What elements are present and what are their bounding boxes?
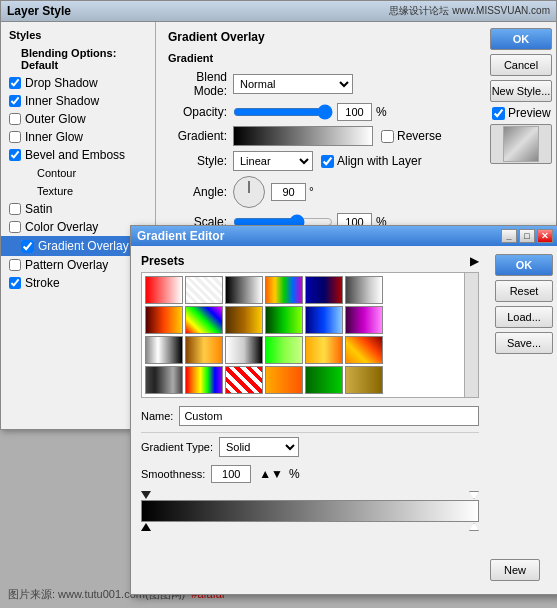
bevel-emboss-checkbox[interactable] [9,149,21,161]
preset-swatch-1[interactable] [145,276,183,304]
inner-glow-item[interactable]: Inner Glow [1,128,155,146]
styles-header[interactable]: Styles [1,26,155,44]
pattern-overlay-label: Pattern Overlay [25,258,108,272]
reverse-checkbox[interactable] [381,130,394,143]
preset-swatch-20[interactable] [185,366,223,394]
preset-swatch-12[interactable] [345,306,383,334]
pattern-overlay-checkbox[interactable] [9,259,21,271]
layer-style-title: Layer Style [7,4,71,18]
blending-options-item[interactable]: Blending Options: Default [1,44,155,74]
satin-item[interactable]: Satin [1,200,155,218]
angle-value[interactable] [271,183,306,201]
gradient-reset-button[interactable]: Reset [495,280,553,302]
style-select[interactable]: Linear [233,151,313,171]
gradient-new-button[interactable]: New [490,559,540,581]
inner-glow-checkbox[interactable] [9,131,21,143]
name-input[interactable] [179,406,479,426]
preset-swatch-17[interactable] [305,336,343,364]
style-row: Style: Linear Align with Layer [168,151,474,171]
preset-swatch-19[interactable] [145,366,183,394]
reverse-label: Reverse [397,129,442,143]
restore-button[interactable]: □ [519,229,535,243]
ok-button[interactable]: OK [490,28,552,50]
preset-swatch-4[interactable] [265,276,303,304]
color-overlay-checkbox[interactable] [9,221,21,233]
texture-item[interactable]: Texture [1,182,155,200]
opacity-slider[interactable] [233,105,333,119]
gradient-load-button[interactable]: Load... [495,306,553,328]
blend-mode-label: Blend Mode: [168,70,233,98]
gradient-editor-main: Presets ▶ [131,246,489,592]
gradient-save-button[interactable]: Save... [495,332,553,354]
preset-swatch-3[interactable] [225,276,263,304]
inner-glow-label: Inner Glow [25,130,83,144]
satin-checkbox[interactable] [9,203,21,215]
close-button[interactable]: ✕ [537,229,553,243]
satin-label: Satin [25,202,52,216]
preset-swatch-6[interactable] [345,276,383,304]
angle-row: Angle: ° [168,176,474,208]
angle-dial[interactable] [233,176,265,208]
drop-shadow-checkbox[interactable] [9,77,21,89]
stop-bottom-right[interactable] [469,523,479,531]
gradient-preview[interactable] [233,126,373,146]
stop-bottom-left[interactable] [141,523,151,531]
gradient-editor-titlebar: Gradient Editor _ □ ✕ [131,226,557,246]
preset-swatch-21[interactable] [225,366,263,394]
inner-shadow-item[interactable]: Inner Shadow [1,92,155,110]
stop-top-left[interactable] [141,491,151,499]
gradient-bar[interactable] [141,500,479,522]
preview-row: Preview [490,106,552,120]
preset-swatch-13[interactable] [145,336,183,364]
gradient-overlay-checkbox[interactable] [21,240,34,253]
preset-swatch-7[interactable] [145,306,183,334]
minimize-button[interactable]: _ [501,229,517,243]
preset-swatch-16[interactable] [265,336,303,364]
preset-swatch-18[interactable] [345,336,383,364]
opacity-row: Opacity: % [168,103,474,121]
stroke-label: Stroke [25,276,60,290]
preset-swatch-9[interactable] [225,306,263,334]
inner-shadow-checkbox[interactable] [9,95,21,107]
smoothness-value[interactable] [211,465,251,483]
drop-shadow-item[interactable]: Drop Shadow [1,74,155,92]
preset-swatch-23[interactable] [305,366,343,394]
reverse-checkbox-row: Reverse [381,129,442,143]
presets-label: Presets ▶ [141,254,479,268]
preset-swatch-5[interactable] [305,276,343,304]
outer-glow-checkbox[interactable] [9,113,21,125]
inner-shadow-label: Inner Shadow [25,94,99,108]
preset-swatch-8[interactable] [185,306,223,334]
preset-swatch-11[interactable] [305,306,343,334]
gradient-bar-area [141,491,479,531]
presets-arrow[interactable]: ▶ [470,254,479,268]
preset-swatch-10[interactable] [265,306,303,334]
stroke-checkbox[interactable] [9,277,21,289]
gradient-ok-button[interactable]: OK [495,254,553,276]
gradient-label: Gradient: [168,129,233,143]
dialog-right-buttons: OK Reset Load... Save... [489,246,557,592]
preset-swatch-14[interactable] [185,336,223,364]
gradient-type-select[interactable]: Solid [219,437,299,457]
presets-scrollbar[interactable] [464,273,478,397]
preset-swatch-22[interactable] [265,366,303,394]
preset-swatch-15[interactable] [225,336,263,364]
preview-label: Preview [508,106,551,120]
preset-swatch-2[interactable] [185,276,223,304]
bevel-emboss-item[interactable]: Bevel and Emboss [1,146,155,164]
opacity-value[interactable] [337,103,372,121]
contour-item[interactable]: Contour [1,164,155,182]
color-overlay-label: Color Overlay [25,220,98,234]
new-style-button[interactable]: New Style... [490,80,552,102]
gradient-editor-title: Gradient Editor [137,229,224,243]
gradient-overlay-title: Gradient Overlay [168,30,474,44]
outer-glow-item[interactable]: Outer Glow [1,110,155,128]
cancel-button[interactable]: Cancel [490,54,552,76]
blend-mode-select[interactable]: Normal [233,74,353,94]
preview-checkbox[interactable] [492,107,505,120]
smoothness-stepper[interactable]: ▲▼ [259,467,283,481]
opacity-unit: % [376,105,387,119]
stop-top-right[interactable] [469,491,479,499]
align-layer-checkbox[interactable] [321,155,334,168]
preset-swatch-24[interactable] [345,366,383,394]
